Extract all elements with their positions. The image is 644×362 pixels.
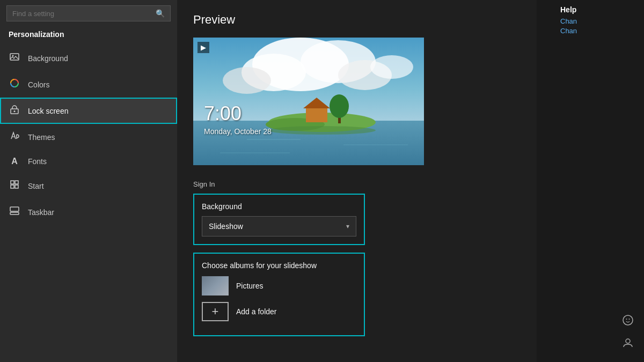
sidebar-label-colors: Colors bbox=[28, 80, 49, 89]
main-content: Preview bbox=[177, 0, 537, 362]
svg-point-32 bbox=[626, 339, 630, 343]
right-panel: Help Chan Chan bbox=[537, 0, 644, 362]
right-icons bbox=[619, 312, 636, 357]
svg-point-4 bbox=[14, 110, 16, 112]
sidebar-item-taskbar[interactable]: Taskbar bbox=[0, 199, 177, 225]
sidebar-label-fonts: Fonts bbox=[28, 157, 47, 166]
add-folder-icon: + bbox=[202, 302, 229, 321]
albums-section: Choose albums for your slideshow Picture… bbox=[193, 253, 365, 336]
background-section-label: Background bbox=[202, 202, 356, 211]
sidebar-item-start[interactable]: Start bbox=[0, 173, 177, 199]
svg-rect-8 bbox=[15, 185, 18, 188]
album-add-folder[interactable]: + Add a folder bbox=[202, 302, 356, 321]
search-bar[interactable]: 🔍 bbox=[6, 5, 171, 21]
svg-point-16 bbox=[223, 67, 271, 94]
pictures-thumb bbox=[202, 276, 229, 295]
pictures-label: Pictures bbox=[236, 282, 264, 290]
page-title: Preview bbox=[193, 13, 521, 27]
svg-point-17 bbox=[370, 55, 413, 79]
help-link-2[interactable]: Chan bbox=[560, 27, 577, 35]
preview-box: ▶ 7:00 Monday, October 28 bbox=[193, 38, 424, 165]
colors-icon bbox=[9, 78, 20, 91]
svg-rect-10 bbox=[10, 207, 19, 211]
sidebar-title: Personalization bbox=[0, 30, 177, 45]
background-section: Background Slideshow ▾ bbox=[193, 194, 365, 245]
svg-rect-0 bbox=[10, 54, 19, 60]
preview-time: 7:00 bbox=[204, 102, 241, 125]
background-dropdown[interactable]: Slideshow ▾ bbox=[202, 216, 356, 237]
help-label: Help bbox=[560, 5, 576, 14]
lock-screen-icon bbox=[9, 104, 20, 117]
svg-rect-7 bbox=[11, 185, 14, 188]
themes-icon bbox=[9, 130, 20, 144]
sign-in-label: Sign In bbox=[193, 180, 521, 188]
search-icon: 🔍 bbox=[156, 9, 165, 18]
sidebar-item-background[interactable]: Background bbox=[0, 45, 177, 71]
albums-section-label: Choose albums for your slideshow bbox=[202, 261, 356, 270]
svg-rect-5 bbox=[11, 181, 14, 184]
svg-point-30 bbox=[626, 319, 627, 320]
sidebar-label-themes: Themes bbox=[28, 133, 55, 142]
svg-rect-6 bbox=[15, 181, 18, 184]
svg-point-25 bbox=[268, 126, 376, 135]
account-icon[interactable] bbox=[619, 334, 636, 351]
svg-point-31 bbox=[629, 319, 630, 320]
sidebar-item-colors[interactable]: Colors bbox=[0, 71, 177, 98]
taskbar-icon bbox=[9, 205, 20, 219]
fonts-icon: A bbox=[9, 157, 20, 166]
search-input[interactable] bbox=[12, 10, 156, 18]
sidebar-item-fonts[interactable]: A Fonts bbox=[0, 150, 177, 173]
sidebar-label-taskbar: Taskbar bbox=[28, 208, 54, 217]
svg-point-29 bbox=[623, 315, 633, 325]
dropdown-value: Slideshow bbox=[209, 222, 243, 231]
album-pictures[interactable]: Pictures bbox=[202, 276, 356, 295]
background-icon bbox=[9, 51, 20, 65]
preview-date: Monday, October 28 bbox=[204, 127, 272, 136]
start-icon bbox=[9, 179, 20, 193]
svg-point-24 bbox=[330, 94, 349, 118]
svg-point-1 bbox=[12, 55, 14, 57]
sidebar-label-background: Background bbox=[28, 54, 68, 63]
sidebar-item-themes[interactable]: Themes bbox=[0, 124, 177, 150]
sidebar-label-start: Start bbox=[28, 182, 44, 190]
sidebar-item-lock-screen[interactable]: Lock screen bbox=[0, 98, 177, 124]
feedback-icon[interactable] bbox=[619, 312, 636, 329]
help-link-1[interactable]: Chan bbox=[560, 17, 577, 25]
sidebar-label-lock-screen: Lock screen bbox=[28, 107, 68, 115]
svg-rect-21 bbox=[306, 107, 327, 122]
add-folder-label: Add a folder bbox=[236, 307, 277, 316]
sidebar: 🔍 Personalization Background Colors bbox=[0, 0, 177, 362]
svg-rect-9 bbox=[10, 212, 19, 215]
chevron-down-icon: ▾ bbox=[346, 223, 349, 230]
slideshow-indicator: ▶ bbox=[197, 42, 209, 53]
